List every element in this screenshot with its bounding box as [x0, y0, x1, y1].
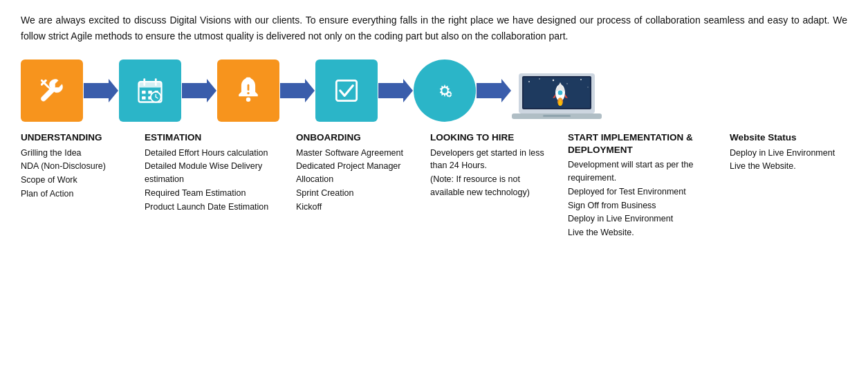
estimation-item-2: Required Team Estimation: [145, 187, 273, 200]
estimation-item-3: Product Launch Date Estimation: [145, 201, 273, 214]
svg-marker-26: [477, 79, 511, 102]
estimation-title: ESTIMATION: [145, 131, 273, 144]
implementation-title: START IMPLEMENTATION & DEPLOYMENT: [568, 131, 706, 156]
svg-point-40: [559, 100, 562, 106]
estimation-item-1: Detailed Module Wise Delivery estimation: [145, 160, 273, 186]
implementation-item-0: Development will start as per the requir…: [568, 158, 706, 185]
onboarding-item-3: Kickoff: [296, 201, 407, 214]
svg-point-38: [557, 90, 563, 95]
svg-point-24: [442, 89, 447, 93]
implementation-icon-box: [414, 60, 476, 122]
svg-rect-7: [142, 91, 146, 94]
looking-icon-box: [315, 60, 378, 122]
svg-marker-15: [182, 79, 216, 102]
understanding-item-0: Grilling the Idea: [21, 147, 121, 160]
looking-item-1: (Note: If resource is not available new …: [430, 173, 544, 199]
looking-title: LOOKING TO HIRE: [430, 131, 544, 144]
estimation-item-0: Detailed Effort Hours calculation: [145, 147, 273, 160]
website-item-1: Live the Website.: [730, 160, 847, 173]
onboarding-item-2: Sprint Creation: [296, 187, 407, 200]
arrow-2: [181, 77, 217, 104]
looking-label: LOOKING TO HIRE Developers get started i…: [430, 131, 544, 199]
understanding-icon-box: [21, 60, 83, 122]
svg-rect-18: [248, 84, 250, 91]
svg-point-34: [580, 79, 582, 80]
implementation-item-3: Deploy in Live Environment: [568, 212, 706, 226]
onboarding-title: ONBOARDING: [296, 131, 407, 144]
implementation-item-1: Deployed for Test Environment: [568, 185, 706, 199]
svg-point-30: [528, 81, 530, 82]
checkbox-icon: [331, 75, 362, 106]
labels-row: UNDERSTANDING Grilling the Idea NDA (Non…: [21, 131, 847, 239]
website-label: Website Status Deploy in Live Environmen…: [730, 131, 847, 173]
arrow-4: [378, 77, 414, 104]
process-section: UNDERSTANDING Grilling the Idea NDA (Non…: [21, 60, 847, 239]
understanding-item-2: Scope of Work: [21, 174, 121, 187]
svg-point-19: [247, 92, 249, 94]
calendar-icon: [135, 75, 165, 106]
intro-paragraph: We are always excited to discuss Digital…: [21, 12, 847, 44]
tools-icon: [37, 75, 67, 106]
svg-point-35: [587, 86, 588, 87]
onboarding-item-1: Dedicated Project Manager Allocation: [296, 160, 407, 186]
svg-point-33: [566, 83, 568, 84]
svg-rect-17: [246, 77, 250, 80]
gears-icon: [430, 75, 460, 106]
onboarding-icon-box: [217, 60, 279, 122]
svg-point-16: [246, 98, 250, 102]
looking-item-0: Developers get started in less than 24 H…: [430, 147, 544, 173]
website-title: Website Status: [730, 131, 847, 144]
svg-marker-20: [280, 79, 315, 102]
arrow-1: [83, 77, 119, 104]
svg-marker-22: [378, 79, 413, 102]
website-item-0: Deploy in Live Environment: [730, 147, 847, 160]
svg-point-32: [553, 80, 554, 81]
onboarding-item-0: Master Software Agreement: [296, 147, 407, 160]
svg-point-31: [539, 78, 540, 80]
arrow-3: [279, 77, 315, 104]
understanding-item-1: NDA (Non-Disclosure): [21, 160, 121, 173]
arrow-5: [476, 77, 512, 104]
implementation-label: START IMPLEMENTATION & DEPLOYMENT Develo…: [568, 131, 706, 239]
onboarding-label: ONBOARDING Master Software Agreement Ded…: [296, 131, 407, 213]
svg-rect-42: [543, 115, 571, 117]
implementation-item-2: Sign Off from Business: [568, 199, 706, 212]
estimation-icon-box: [119, 60, 181, 122]
svg-marker-2: [84, 79, 118, 102]
understanding-label: UNDERSTANDING Grilling the Idea NDA (Non…: [21, 131, 121, 201]
svg-rect-10: [142, 96, 146, 100]
understanding-item-3: Plan of Action: [21, 188, 121, 201]
implementation-item-4: Live the Website.: [568, 226, 706, 239]
svg-point-25: [447, 93, 450, 95]
rocket-laptop-icon: [512, 60, 602, 122]
icons-row: [21, 60, 847, 122]
understanding-title: UNDERSTANDING: [21, 131, 121, 144]
website-icon-box: [512, 60, 602, 122]
settings-bell-icon: [233, 75, 264, 106]
estimation-label: ESTIMATION Detailed Effort Hours calcula…: [145, 131, 273, 213]
svg-rect-4: [139, 82, 162, 87]
